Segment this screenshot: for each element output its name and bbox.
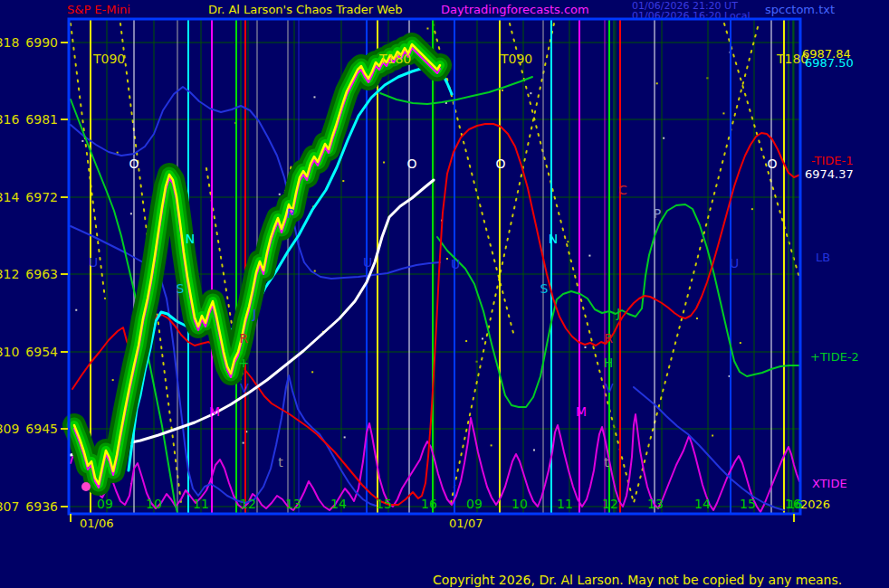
hour-label: 10: [511, 497, 528, 511]
entry-dot: [81, 482, 91, 491]
star-speck: [311, 371, 313, 373]
star-speck: [342, 180, 344, 182]
hour-label: 14: [330, 497, 347, 511]
chart-letter-s: S: [540, 281, 549, 296]
star-speck: [712, 435, 713, 437]
chart-letter-o: O: [767, 156, 777, 171]
chart-letter-t090: T090: [92, 52, 125, 66]
hour-label: 13: [647, 497, 664, 511]
tide1-label: -TIDE-1: [811, 155, 853, 167]
chart-letter-n: N: [186, 232, 195, 246]
hour-label: 12: [602, 497, 618, 511]
star-speck: [112, 379, 114, 381]
star-speck: [584, 346, 586, 348]
chart-letter-m: M: [209, 404, 220, 419]
hour-label: 12: [240, 497, 256, 511]
hour-label: 09: [466, 497, 483, 511]
chart-letter-u: U: [89, 255, 98, 270]
y-axis-label: 307 6936: [0, 499, 58, 514]
hour-label: 09: [97, 497, 113, 511]
star-speck: [502, 90, 503, 91]
chart-letter-t: t: [604, 455, 609, 469]
star-speck: [656, 82, 658, 84]
star-speck: [588, 255, 590, 257]
chart-letter-+: +: [238, 356, 249, 370]
star-speck: [465, 340, 467, 342]
last-price-cyan: 6987.50: [805, 57, 854, 70]
chart-letter-v: V: [605, 381, 614, 395]
chart-letter-c: C: [618, 183, 627, 197]
chart-letter-m: M: [576, 404, 587, 419]
y-axis-label: 318 6990: [0, 35, 58, 50]
chart-letter-j: J: [252, 307, 256, 321]
star-speck: [696, 318, 698, 319]
chart-letter-u: U: [363, 255, 372, 270]
chart-letter-n: N: [549, 232, 558, 246]
chart-letter-v: V: [240, 381, 249, 395]
star-speck: [344, 436, 346, 438]
star-speck: [533, 450, 535, 451]
star-speck: [482, 337, 483, 339]
hour-label: 11: [557, 497, 573, 511]
date-label-day2: 01/07: [449, 517, 483, 530]
star-speck: [722, 112, 724, 114]
hour-label: 15: [376, 497, 392, 511]
blue-day2: [634, 387, 784, 510]
chart-letter-r: R: [239, 331, 248, 346]
star-speck: [426, 28, 428, 30]
chart-letter-p: P: [287, 206, 294, 221]
chaos-trader-window: S&P E-Mini Dr. Al Larson's Chaos Trader …: [0, 0, 889, 588]
blue-upper: [71, 87, 440, 279]
hour-label: 10: [146, 497, 162, 511]
chart-letter-o: O: [129, 156, 139, 171]
green-arc: [380, 77, 532, 104]
star-speck: [117, 152, 119, 154]
star-speck: [663, 138, 664, 139]
price-chart-canvas[interactable]: 318 6990316 6981314 6972312 6963310 6954…: [0, 0, 889, 588]
tide2-label: +TIDE-2: [810, 351, 859, 364]
chart-letter-o: O: [495, 156, 505, 171]
star-speck: [530, 92, 531, 94]
astro-dotted-x2: [451, 24, 554, 503]
star-speck: [243, 442, 244, 444]
y-axis-label: 312 6963: [0, 267, 58, 281]
chart-letter-o: O: [406, 156, 416, 171]
y-axis-label: 310 6954: [0, 345, 58, 359]
chart-letter-r: R: [604, 331, 613, 346]
copyright-notice: Copyright 2026, Dr. Al Larson. May not b…: [433, 574, 842, 586]
star-speck: [314, 270, 316, 272]
star-speck: [751, 208, 753, 210]
year-label: 2026: [800, 498, 830, 511]
star-speck: [75, 309, 77, 311]
hour-label: 16: [421, 497, 437, 511]
star-speck: [446, 258, 448, 260]
chart-letter-u: U: [451, 257, 460, 271]
xtide-label: XTIDE: [812, 478, 847, 490]
y-axis-label: 309 6945: [0, 422, 58, 436]
star-speck: [81, 140, 83, 142]
y-axis-label: 314 6972: [0, 190, 58, 204]
hour-label: 14: [694, 497, 711, 511]
chart-letter-t180: T180: [378, 52, 411, 66]
star-speck: [130, 213, 132, 214]
star-speck: [740, 342, 741, 344]
lb-label: LB: [816, 251, 830, 264]
chart-letter-s: S: [177, 281, 185, 296]
chart-letter-p: P: [654, 206, 661, 221]
chart-letter-t090: T090: [500, 52, 532, 66]
chart-letter-h: H: [604, 356, 614, 370]
tide1-value: 6974.37: [805, 168, 854, 181]
star-speck: [279, 194, 281, 195]
star-speck: [313, 96, 315, 98]
date-label-day1: 01/06: [80, 517, 113, 530]
star-speck: [491, 444, 492, 446]
star-speck: [567, 241, 569, 242]
hour-label: 11: [193, 497, 209, 511]
chart-letter-u: U: [730, 256, 739, 270]
y-axis-label: 316 6981: [0, 112, 58, 127]
chart-letter-j: J: [616, 306, 620, 320]
hour-label: 15: [740, 497, 756, 511]
star-speck: [383, 162, 385, 164]
chart-letter-t: t: [278, 455, 283, 469]
hour-label: 13: [285, 497, 301, 511]
